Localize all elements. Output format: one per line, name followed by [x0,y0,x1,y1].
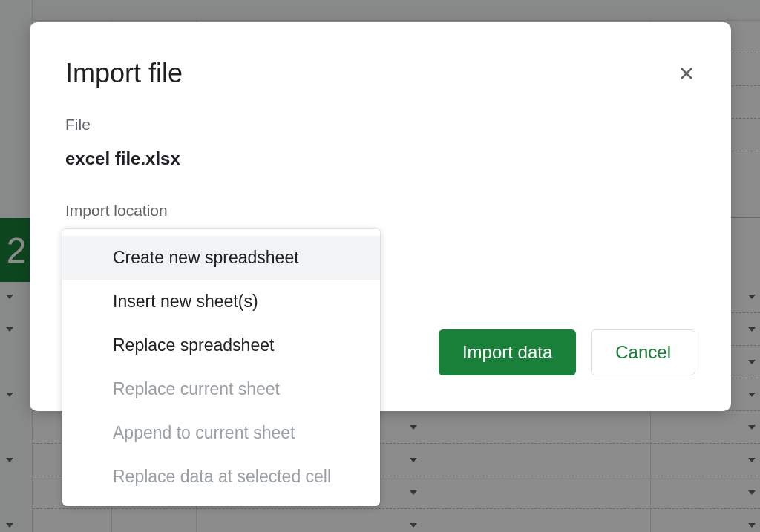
dropdown-option-replace-current-sheet: Replace current sheet [62,367,380,411]
dropdown-option-append-to-current-sheet: Append to current sheet [62,411,380,455]
close-icon[interactable] [678,65,695,82]
import-data-button[interactable]: Import data [439,329,576,375]
modal-title: Import file [65,58,183,89]
dropdown-option-replace-spreadsheet[interactable]: Replace spreadsheet [62,324,380,367]
import-location-label: Import location [65,202,695,220]
dropdown-option-replace-data-at-selected-cell: Replace data at selected cell [62,455,380,499]
file-label: File [65,116,695,134]
import-location-dropdown: Create new spreadsheet Insert new sheet(… [62,229,380,506]
file-name: excel file.xlsx [65,148,695,169]
dropdown-option-insert-new-sheets[interactable]: Insert new sheet(s) [62,280,380,324]
dropdown-option-create-new-spreadsheet[interactable]: Create new spreadsheet [62,236,380,280]
cancel-button[interactable]: Cancel [591,329,695,375]
